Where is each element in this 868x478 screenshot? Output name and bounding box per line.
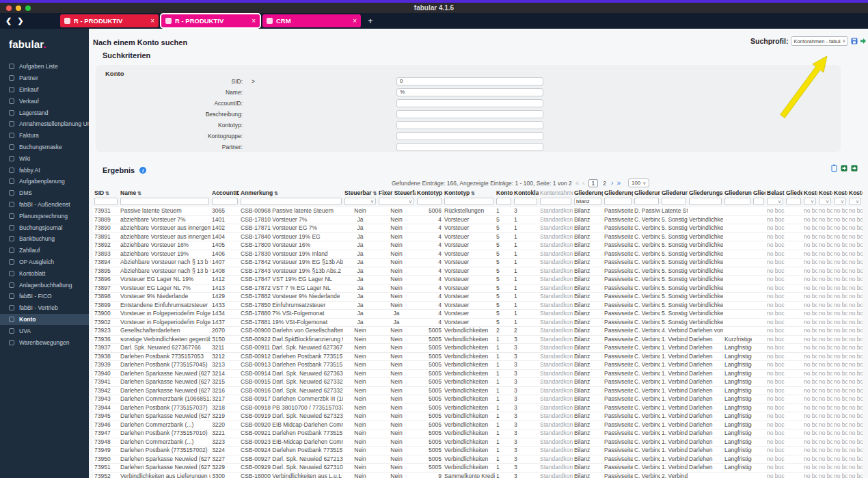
filter-input-17[interactable]: [753, 198, 764, 205]
filter-select-21[interactable]: ∨: [819, 198, 831, 205]
sidebar-item-annahmestellenplanung-unkel[interactable]: Annahmestellenplanung Unkel: [0, 118, 89, 130]
column-header-14[interactable]: Gliederungseb: [660, 189, 688, 197]
export-csv-icon[interactable]: [851, 165, 858, 172]
table-row[interactable]: 73940Darlehen Sparkasse Neuwied (6273632…: [93, 369, 863, 378]
table-row[interactable]: 73899Entstandene Einfuhrumsatzsteuer1433…: [93, 301, 863, 310]
column-header-13[interactable]: Gliederungseb: [633, 189, 660, 197]
filter-input-0[interactable]: [94, 198, 118, 205]
table-row[interactable]: 73936sonstige Verbindlichkeiten gegenübe…: [93, 335, 863, 344]
table-row[interactable]: 73938Darlehen Postbank 77351570533212CSB…: [93, 352, 863, 361]
table-row[interactable]: 73900Vorsteuer in Folgeperiode/im Folgej…: [93, 310, 863, 319]
table-row[interactable]: 73923Gesellschafterdarlehen2070CSB-00900…: [93, 327, 863, 336]
sidebar-item-planungsrechnung[interactable]: Planungsrechnung: [0, 210, 89, 222]
close-window-button[interactable]: [6, 5, 12, 11]
table-row[interactable]: 73945Darlehen Sparkasse Neuwied (6273233…: [93, 412, 863, 421]
sidebar-item-uva[interactable]: UVA: [0, 325, 89, 336]
sidebar-item-warenbewegungen[interactable]: Warenbewegungen: [0, 336, 89, 348]
filter-input-12[interactable]: [604, 198, 632, 205]
back-icon[interactable]: ❮: [5, 16, 12, 25]
tab-close-icon[interactable]: ×: [252, 17, 256, 25]
table-row[interactable]: 73890abziehbare Vorsteuer aus innergemei…: [93, 224, 863, 233]
sidebar-item-bankbuchung[interactable]: Bankbuchung: [0, 233, 89, 245]
filter-input-3[interactable]: [241, 198, 342, 205]
column-header-1[interactable]: Name⇅: [119, 189, 211, 197]
filter-input-19[interactable]: [786, 198, 801, 205]
new-tab-button[interactable]: +: [368, 16, 373, 26]
sidebar-item-fabbi-fico[interactable]: fabBI - FICO: [0, 291, 89, 302]
column-header-23[interactable]: Koster: [847, 189, 863, 197]
table-row[interactable]: 73948Darlehen Commerzbank (...)3223CSB-0…: [93, 438, 863, 447]
filter-input-2[interactable]: [212, 198, 238, 205]
table-row[interactable]: 73891abziehbare Vorsteuer aus innergemei…: [93, 233, 863, 241]
sidebar-item-dms[interactable]: DMS: [0, 187, 89, 199]
filter-input-1[interactable]: [120, 198, 209, 205]
save-profile-icon[interactable]: [851, 38, 858, 44]
filter-select-5[interactable]: ∨: [379, 198, 414, 205]
sort-icon[interactable]: ⇅: [105, 191, 109, 196]
column-header-16[interactable]: Gliederungseb: [723, 189, 752, 197]
sidebar-item-aufgabenplanung[interactable]: Aufgabenplanung: [0, 176, 89, 187]
table-row[interactable]: 73943Darlehen Commerzbank (106685122)321…: [93, 395, 863, 404]
table-row[interactable]: 73892abziehbare Vorsteuer 16%1405CSB-178…: [93, 241, 863, 250]
sidebar-item-fabby-ai[interactable]: fabby.AI: [0, 164, 89, 176]
sidebar-item-fabbi-vertrieb[interactable]: fabBI - Vertrieb: [0, 302, 89, 314]
sidebar-item-zahllauf[interactable]: Zahllauf: [0, 245, 89, 256]
table-row[interactable]: 73902Vorsteuer in Folgeperiode/im Folgej…: [93, 318, 863, 327]
column-header-21[interactable]: Koster: [817, 189, 832, 197]
column-header-12[interactable]: Gliederungseb: [603, 189, 633, 197]
table-row[interactable]: 73942Darlehen Sparkasse Neuwied (6273327…: [93, 386, 863, 395]
sidebar-item-konto[interactable]: Konto: [0, 314, 89, 326]
sidebar-item-kontoblatt[interactable]: Kontoblatt: [0, 267, 89, 279]
tab-close-icon[interactable]: ×: [150, 17, 154, 25]
sidebar-item-aufgaben-liste[interactable]: Aufgaben Liste: [0, 61, 89, 72]
tab-2[interactable]: R - PRODUKTIV×: [161, 14, 260, 27]
sidebar-item-fabbi-au-endienst[interactable]: fabBI - Außendienst: [0, 199, 89, 211]
filter-input-15[interactable]: [689, 198, 722, 205]
sort-icon[interactable]: ⇅: [373, 191, 377, 196]
sort-icon[interactable]: ⇅: [471, 191, 475, 196]
next-page-icon[interactable]: ›: [611, 180, 613, 187]
column-header-9[interactable]: Kontoklasse⇅: [513, 189, 539, 197]
criteria-input-sid[interactable]: [396, 77, 543, 85]
criteria-input-beschreibung[interactable]: [396, 110, 543, 118]
table-row[interactable]: 73939Darlehen Postbank (7735157045)3213C…: [93, 361, 863, 370]
sidebar-item-op-ausgleich[interactable]: OP Ausgleich: [0, 256, 89, 268]
filter-input-9[interactable]: [514, 198, 537, 205]
filter-input-8[interactable]: [496, 198, 511, 205]
filter-select-22[interactable]: ∨: [834, 198, 846, 205]
table-row[interactable]: 73952Verbindlichkeiten aus Lieferungen u…: [93, 472, 863, 478]
criteria-input-partner[interactable]: [396, 143, 543, 151]
table-row[interactable]: 73950Darlehen Sparkasse Neuwied (6272133…: [93, 455, 863, 464]
filter-input-14[interactable]: [662, 198, 686, 205]
table-row[interactable]: 73897Vorsteuer EG Lager NL 7%1413CSB-178…: [93, 284, 863, 293]
column-header-18[interactable]: Belast: [765, 189, 785, 197]
table-row[interactable]: 73896Vorsteuer EG Lager NL 19%1412CSB-17…: [93, 276, 863, 284]
page-number-current[interactable]: 1: [588, 179, 599, 187]
filter-input-7[interactable]: [444, 198, 493, 205]
column-header-4[interactable]: Steuerbar⇅: [343, 189, 377, 197]
column-header-19[interactable]: Gliederungseb: [785, 189, 802, 197]
sidebar-item-verkauf[interactable]: Verkauf: [0, 95, 89, 107]
sidebar-item-faktura[interactable]: Faktura: [0, 130, 89, 142]
table-row[interactable]: 73895Abziehbare Vorsteuer nach § 13 b Us…: [93, 267, 863, 276]
table-row[interactable]: 73937Darl. Spk. Neuwied 6273677663211CSB…: [93, 344, 863, 353]
table-row[interactable]: 73889abziehbare Vorsteuer 7%1401CSB-1781…: [93, 215, 863, 224]
forward-icon[interactable]: ❯: [17, 16, 23, 25]
minimize-window-button[interactable]: [16, 5, 21, 11]
filter-select-23[interactable]: ∨: [849, 198, 861, 205]
criteria-input-name[interactable]: [396, 88, 543, 96]
table-row[interactable]: 73951Darlehen Sparkasse Neuwied (6273103…: [93, 464, 863, 473]
sidebar-item-anlagenbuchhaltung[interactable]: Anlagenbuchhaltung: [0, 279, 89, 291]
table-row[interactable]: 73941Darlehen Sparkasse Neuwied (6273327…: [93, 378, 863, 387]
filter-input-6[interactable]: [417, 198, 442, 205]
first-page-icon[interactable]: «: [575, 180, 580, 187]
column-header-8[interactable]: Kontokl: [495, 189, 513, 197]
column-header-15[interactable]: Gliederungseb: [688, 189, 723, 197]
tab-close-icon[interactable]: ×: [353, 17, 357, 25]
sidebar-item-wiki[interactable]: Wiki: [0, 152, 89, 164]
sidebar-item-buchungsmaske[interactable]: Buchungsmaske: [0, 142, 89, 153]
column-header-2[interactable]: AccountID: [211, 189, 239, 197]
search-profile-select[interactable]: Kontorahmen - fabular. ∨: [791, 36, 848, 46]
column-header-7[interactable]: Kontotyp⇅: [443, 189, 495, 197]
filter-select-4[interactable]: ∨: [344, 198, 376, 205]
